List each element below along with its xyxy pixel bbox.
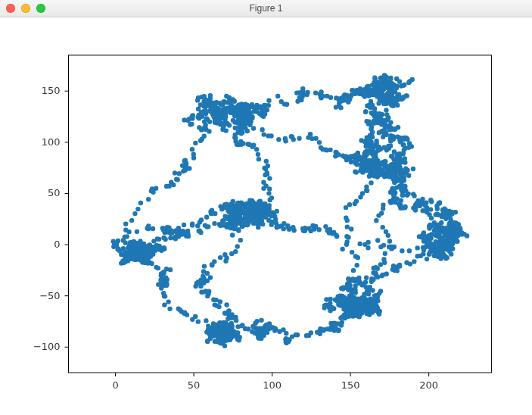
svg-text:0: 0 (112, 379, 118, 391)
svg-point-3013 (222, 331, 227, 335)
svg-point-402 (269, 195, 274, 200)
svg-point-2100 (381, 225, 385, 229)
svg-point-1743 (193, 141, 198, 145)
svg-point-414 (266, 164, 270, 168)
svg-point-2099 (374, 218, 378, 223)
svg-point-2480 (394, 164, 398, 169)
svg-point-2871 (202, 289, 207, 294)
svg-point-2459 (394, 83, 399, 88)
svg-point-1721 (154, 186, 158, 191)
svg-point-1905 (260, 127, 264, 132)
svg-point-2300 (372, 173, 376, 178)
svg-point-2654 (392, 245, 397, 249)
svg-point-597 (285, 101, 289, 106)
svg-point-1801 (222, 99, 226, 104)
svg-point-1807 (227, 100, 232, 105)
svg-point-1865 (216, 111, 220, 115)
svg-point-2684 (300, 226, 305, 231)
svg-point-2282 (340, 247, 344, 251)
svg-point-2334 (374, 139, 378, 143)
svg-point-232 (213, 211, 217, 216)
svg-point-2087 (395, 169, 400, 173)
svg-point-2836 (236, 228, 241, 232)
svg-point-1919 (313, 136, 318, 141)
svg-point-1850 (220, 121, 225, 126)
titlebar[interactable]: Figure 1 (0, 0, 532, 17)
svg-point-2894 (234, 318, 238, 323)
svg-point-1711 (123, 227, 128, 232)
svg-point-2439 (382, 73, 387, 77)
svg-point-1527 (193, 314, 198, 319)
svg-point-1664 (117, 248, 122, 253)
svg-point-885 (354, 170, 359, 174)
svg-point-2834 (241, 220, 246, 224)
svg-text:0: 0 (54, 239, 60, 250)
svg-point-2292 (354, 198, 359, 203)
svg-point-2865 (196, 279, 201, 284)
svg-point-400 (263, 201, 267, 206)
svg-point-2117 (369, 276, 374, 281)
svg-point-1942 (357, 155, 362, 160)
svg-point-2243 (361, 305, 366, 310)
svg-point-2302 (383, 159, 387, 164)
svg-point-2465 (384, 112, 389, 117)
svg-point-2299 (367, 174, 372, 179)
svg-point-1708 (132, 242, 137, 247)
svg-point-2851 (205, 271, 210, 276)
svg-point-3011 (210, 329, 215, 333)
svg-point-2098 (376, 213, 381, 217)
svg-point-156 (162, 247, 166, 251)
svg-point-3015 (217, 335, 222, 340)
svg-point-1964 (386, 144, 390, 148)
svg-point-1867 (208, 105, 213, 109)
svg-point-2199 (374, 306, 378, 310)
svg-point-2663 (346, 235, 350, 239)
svg-point-808 (384, 133, 389, 137)
svg-point-2118 (364, 276, 369, 280)
svg-point-206 (112, 241, 117, 245)
svg-point-2297 (364, 184, 369, 189)
svg-point-1394 (268, 325, 272, 329)
svg-point-2673 (323, 224, 328, 229)
svg-point-1715 (135, 207, 140, 211)
svg-point-2236 (370, 288, 375, 292)
svg-point-1356 (285, 338, 290, 342)
svg-point-2210 (366, 307, 371, 312)
svg-point-1414 (235, 324, 240, 329)
svg-point-2510 (420, 197, 425, 201)
svg-point-1561 (168, 267, 173, 272)
window-title: Figure 1 (0, 3, 532, 14)
svg-point-2876 (218, 299, 222, 304)
svg-point-2468 (381, 129, 385, 133)
svg-point-1882 (201, 104, 206, 108)
minimize-icon[interactable] (21, 4, 30, 13)
svg-point-1898 (207, 129, 211, 133)
svg-point-2781 (250, 218, 254, 223)
svg-point-1893 (182, 117, 186, 122)
svg-point-2272 (354, 300, 359, 304)
zoom-icon[interactable] (36, 4, 45, 13)
svg-point-1321 (338, 322, 342, 326)
svg-point-1901 (233, 126, 238, 130)
svg-point-2467 (375, 120, 380, 125)
svg-point-1650 (144, 256, 148, 261)
svg-point-1929 (336, 152, 341, 157)
svg-point-1717 (146, 197, 151, 201)
svg-point-2239 (370, 301, 375, 306)
close-icon[interactable] (6, 4, 15, 13)
svg-point-593 (266, 98, 271, 102)
svg-point-2650 (407, 248, 412, 253)
svg-point-2014 (376, 173, 381, 178)
svg-point-1282 (324, 297, 328, 301)
svg-point-2551 (435, 229, 440, 234)
svg-point-2516 (435, 207, 440, 211)
scatter-points (110, 73, 469, 348)
svg-point-2275 (347, 283, 352, 288)
svg-point-2103 (387, 239, 392, 243)
svg-point-2690 (291, 225, 295, 229)
svg-point-1716 (138, 201, 143, 205)
x-axis-ticks: 050100150200 (112, 373, 438, 391)
svg-point-2473 (400, 142, 405, 147)
svg-point-1045 (427, 226, 431, 230)
svg-point-2662 (345, 239, 350, 244)
